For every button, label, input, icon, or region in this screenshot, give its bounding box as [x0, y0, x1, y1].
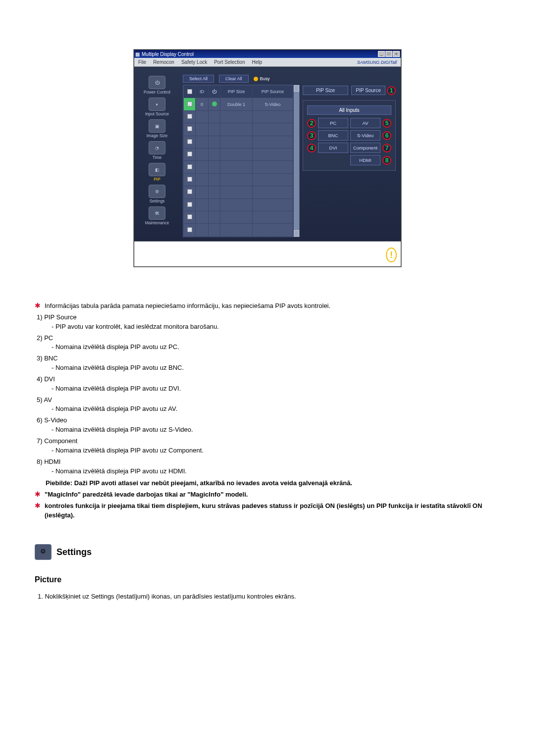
- row-checkbox[interactable]: [184, 123, 196, 136]
- grid-header-checkbox[interactable]: ✓: [184, 86, 196, 98]
- all-inputs-group: All Inputs 2 PC AV 5 3 BNC S-Video 6 4 D…: [303, 100, 396, 171]
- picture-heading: Picture: [35, 574, 500, 585]
- row-checkbox[interactable]: [184, 161, 196, 173]
- settings-icon: ⚙: [149, 185, 165, 198]
- grid-header-pip-source[interactable]: PIP Source: [253, 86, 293, 98]
- minimize-button[interactable]: _: [378, 51, 385, 57]
- table-row[interactable]: [184, 211, 293, 224]
- grid-scrollbar[interactable]: [293, 85, 299, 237]
- pip-panel: PIP Size PIP Source 1 All Inputs 2 PC AV…: [303, 75, 396, 237]
- select-all-button[interactable]: Select All: [183, 75, 214, 83]
- sidebar-item-pip[interactable]: ◧ PIP: [137, 163, 177, 184]
- component-button[interactable]: Component: [350, 143, 380, 153]
- table-row[interactable]: [184, 123, 293, 136]
- sidebar-item-power[interactable]: ⏻ Power Control: [137, 76, 177, 97]
- grid-header-id[interactable]: ID: [196, 86, 209, 98]
- time-icon: ◔: [149, 141, 165, 154]
- dvi-button[interactable]: DVI: [318, 143, 348, 153]
- row-id: 0: [196, 98, 209, 110]
- table-row[interactable]: [184, 173, 293, 186]
- sidebar-item-input-source[interactable]: ➧ Input Source: [137, 98, 177, 118]
- sidebar-label: Time: [153, 155, 162, 160]
- callout-3: 3: [307, 131, 316, 140]
- sidebar-label: Maintenance: [145, 220, 169, 225]
- row-power: [209, 98, 220, 110]
- pip-size-header[interactable]: PIP Size: [303, 86, 348, 95]
- scroll-down-button[interactable]: [294, 230, 299, 237]
- row-pip-source: S-Video: [253, 98, 293, 110]
- doc-item-4: 4) DVI - Nomaina izvēlētā displeja PIP a…: [37, 375, 500, 394]
- row-checkbox[interactable]: ✓: [184, 98, 196, 110]
- table-row[interactable]: ✓ 0 Double 1 S-Video: [184, 98, 293, 110]
- doc-item-5: 5) AV - Nomaina izvēlētā displeja PIP av…: [37, 396, 500, 414]
- window-titlebar: ▦ Multiple Display Control _ □ ×: [134, 50, 401, 58]
- table-row[interactable]: [184, 136, 293, 148]
- table-row[interactable]: [184, 110, 293, 123]
- menu-file[interactable]: File: [138, 59, 146, 65]
- row-pip-size: Double 1: [220, 98, 253, 110]
- busy-label: Busy: [260, 76, 270, 81]
- table-row[interactable]: [184, 186, 293, 199]
- app-icon: ▦: [135, 51, 140, 57]
- clear-all-button[interactable]: Clear All: [219, 75, 249, 83]
- hdmi-button[interactable]: HDMI: [350, 155, 380, 165]
- window-controls: _ □ ×: [378, 51, 400, 57]
- sidebar-item-image-size[interactable]: ▣ Image Size: [137, 119, 177, 140]
- pip-icon: ◧: [149, 163, 165, 176]
- settings-section: ⚙ Settings Picture 1. Noklikšķiniet uz S…: [35, 544, 500, 602]
- row-checkbox[interactable]: [184, 224, 196, 237]
- table-row[interactable]: [184, 199, 293, 211]
- sidebar-label: Settings: [150, 199, 165, 203]
- star-icon: ✱: [35, 490, 41, 500]
- row-checkbox[interactable]: [184, 211, 196, 224]
- sidebar-item-settings[interactable]: ⚙ Settings: [137, 185, 177, 205]
- busy-dot-icon: [254, 77, 258, 81]
- table-row[interactable]: [184, 224, 293, 237]
- display-grid: ✓ ID ⏻ PIP Size PIP Source ✓ 0 Double 1 …: [183, 85, 300, 237]
- callout-7: 7: [382, 144, 391, 152]
- row-checkbox[interactable]: [184, 149, 196, 161]
- row-checkbox[interactable]: [184, 173, 196, 186]
- doc-intro: Informācijas tabula parāda pamata nepiec…: [45, 302, 330, 311]
- menu-bar: File Remocon Safety Lock Port Selection …: [134, 58, 401, 67]
- grid-header-pip-size[interactable]: PIP Size: [220, 86, 253, 98]
- menu-port-selection[interactable]: Port Selection: [214, 59, 245, 65]
- row-checkbox[interactable]: [184, 110, 196, 123]
- info-button[interactable]: !: [386, 248, 397, 262]
- callout-1: 1: [387, 86, 396, 95]
- av-button[interactable]: AV: [350, 118, 380, 128]
- menu-help[interactable]: Help: [252, 59, 262, 65]
- power-icon: ⏻: [149, 76, 165, 89]
- callout-8: 8: [382, 156, 391, 165]
- row-checkbox[interactable]: [184, 199, 196, 211]
- callout-4: 4: [307, 144, 316, 152]
- sidebar-label: PIP: [154, 177, 160, 182]
- menu-remocon[interactable]: Remocon: [153, 59, 174, 65]
- star-icon: ✱: [35, 502, 41, 520]
- pc-button[interactable]: PC: [318, 118, 348, 128]
- grid-header-power[interactable]: ⏻: [209, 86, 220, 98]
- row-checkbox[interactable]: [184, 136, 196, 148]
- doc-item-1: 1) PIP Source - PIP avotu var kontrolēt,…: [37, 313, 500, 332]
- table-row[interactable]: [184, 149, 293, 161]
- content-area: Select All Clear All Busy ✓ ID ⏻ PIP Siz…: [180, 67, 401, 241]
- row-checkbox[interactable]: [184, 186, 196, 199]
- svideo-button[interactable]: S-Video: [350, 130, 380, 141]
- scroll-up-button[interactable]: [294, 85, 299, 92]
- status-strip: !: [134, 241, 401, 266]
- table-row[interactable]: [184, 161, 293, 173]
- callout-2: 2: [307, 119, 316, 128]
- window-title: Multiple Display Control: [142, 51, 194, 57]
- sidebar-item-time[interactable]: ◔ Time: [137, 141, 177, 162]
- menu-safety-lock[interactable]: Safety Lock: [181, 59, 207, 65]
- all-inputs-title: All Inputs: [307, 105, 391, 115]
- pip-source-header[interactable]: PIP Source: [351, 86, 385, 95]
- doc-item-7: 7) Component - Nomaina izvēlētā displeja…: [37, 437, 500, 455]
- input-icon: ➧: [149, 98, 165, 111]
- close-button[interactable]: ×: [393, 51, 400, 57]
- bnc-button[interactable]: BNC: [318, 130, 348, 141]
- sidebar-item-maintenance[interactable]: 🛠 Maintenance: [137, 206, 177, 227]
- settings-icon: ⚙: [35, 544, 52, 560]
- maximize-button[interactable]: □: [385, 51, 392, 57]
- busy-indicator: Busy: [254, 76, 270, 81]
